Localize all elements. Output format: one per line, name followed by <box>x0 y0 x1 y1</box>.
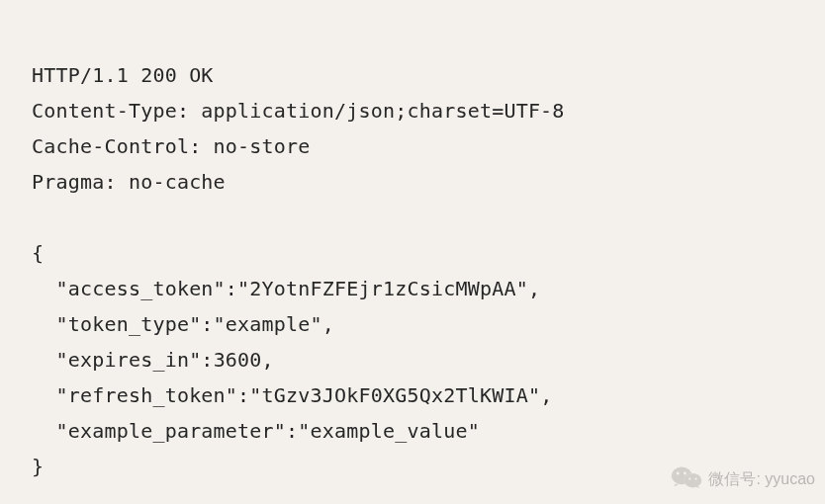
wechat-icon <box>671 464 702 494</box>
json-value-access-token: 2YotnFZFEjr1zCsicMWpAA <box>249 277 515 300</box>
json-value-refresh-token: tGzv3JOkF0XG5Qx2TlKWIA <box>262 383 528 407</box>
svg-point-2 <box>685 473 702 487</box>
svg-point-5 <box>688 477 690 479</box>
watermark-text: 微信号: yyucao <box>708 469 815 490</box>
json-value-expires-in: 3600 <box>214 348 262 372</box>
svg-point-4 <box>684 472 687 475</box>
json-value-token-type: example <box>226 312 311 336</box>
json-value-example-parameter: example_value <box>311 419 468 443</box>
header-line: Cache-Control: no-store <box>32 134 311 158</box>
watermark: 微信号: yyucao <box>671 464 815 494</box>
http-response-block: HTTP/1.1 200 OK Content-Type: applicatio… <box>0 20 825 504</box>
svg-point-3 <box>677 472 680 475</box>
status-line: HTTP/1.1 200 OK <box>32 63 214 87</box>
svg-point-6 <box>695 477 697 479</box>
header-line: Pragma: no-cache <box>32 170 226 194</box>
header-line: Content-Type: application/json;charset=U… <box>32 99 565 123</box>
